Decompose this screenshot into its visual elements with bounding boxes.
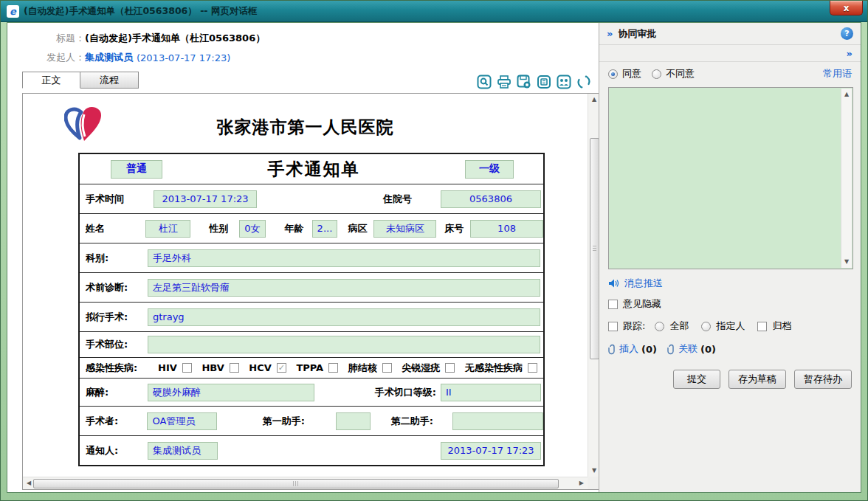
surgery-site-field[interactable] (148, 336, 540, 353)
notify-time-field[interactable]: 2013-07-17 17:23 (441, 442, 541, 460)
message-push-link[interactable]: 消息推送 (624, 277, 663, 290)
collapse-chevron-icon[interactable]: » (607, 28, 612, 39)
infectious-option-tb: 肺结核 (348, 362, 392, 375)
hide-opinion-label: 意见隐藏 (623, 297, 661, 311)
form-paper: 张家港市第一人民医院 普通 手术通知单 一级 手术时间 2013-07-17 1 (23, 94, 588, 477)
disagree-label: 不同意 (666, 67, 695, 80)
assistant2-field[interactable] (452, 412, 543, 430)
surgery-time-field[interactable]: 2013-07-17 17:23 (154, 190, 257, 208)
tab-flow[interactable]: 流程 (80, 72, 139, 89)
row-infectious: 感染性疾病: HIV HBV (80, 357, 543, 378)
initiator-link[interactable]: 集成测试员 (85, 51, 133, 64)
track-assignee-radio[interactable] (701, 322, 711, 331)
save-icon[interactable] (517, 75, 531, 89)
dept-field[interactable]: 手足外科 (148, 249, 540, 267)
agree-radio[interactable] (608, 69, 618, 79)
hiv-checkbox[interactable] (182, 363, 192, 373)
relate-count: (0) (700, 344, 716, 355)
close-button[interactable]: x (830, 1, 863, 15)
surgeon-field[interactable]: OA管理员 (147, 412, 216, 430)
track-all-radio[interactable] (655, 322, 664, 331)
row-department: 科别: 手足外科 (80, 243, 543, 272)
submit-button[interactable]: 提交 (673, 370, 720, 389)
opinion-textarea[interactable]: ▲ ▼ (608, 87, 853, 269)
print-icon[interactable] (497, 75, 512, 89)
admission-no-field[interactable]: 0563806 (441, 190, 541, 208)
tab-bar: 正文 流程 (22, 72, 139, 89)
gender-field[interactable]: 0女 (239, 220, 266, 238)
level-badge[interactable]: 一级 (465, 160, 514, 179)
row-surgeon: 手术者: OA管理员 第一助手: 第二助手: (80, 406, 543, 435)
infectious-option-none: 无感染性疾病 (465, 362, 537, 375)
priority-badge[interactable]: 普通 (111, 160, 162, 179)
row-surgery-site: 手术部位: (80, 331, 543, 357)
textarea-scroll-down-arrow[interactable]: ▼ (844, 259, 849, 265)
insert-paperclip-icon (608, 344, 616, 355)
archive-checkbox[interactable] (757, 322, 767, 331)
scroll-down-arrow[interactable]: ▼ (592, 468, 596, 474)
notifier-field[interactable]: 集成测试员 (148, 442, 218, 460)
planned-surgery-field[interactable]: gtrayg (148, 308, 540, 326)
doc-title-row: 标题： (自动发起)手术通知单（杜江0563806） (7, 32, 599, 45)
ie-browser-icon: e (7, 5, 19, 18)
copy-icon[interactable] (537, 75, 551, 89)
bed-field[interactable]: 108 (470, 220, 543, 238)
close-icon: x (844, 4, 850, 13)
hbv-checkbox[interactable] (230, 363, 239, 373)
horizontal-scroll-thumb[interactable] (33, 479, 559, 488)
none-checkbox[interactable] (528, 363, 537, 373)
track-checkbox[interactable] (608, 322, 618, 331)
scroll-left-arrow[interactable]: ◀ (27, 480, 31, 486)
scroll-right-arrow[interactable]: ▶ (579, 480, 584, 486)
archive-label: 归档 (772, 319, 791, 333)
initiate-time: (2013-07-17 17:23) (137, 52, 230, 63)
refresh-icon[interactable] (576, 75, 591, 89)
infectious-option-hiv: HIV (158, 362, 192, 373)
decision-row: 同意 不同意 常用语 (599, 62, 861, 86)
action-buttons: 提交 存为草稿 暂存待办 (599, 361, 861, 389)
tppa-checkbox[interactable] (328, 363, 338, 373)
track-label: 跟踪: (623, 319, 645, 333)
preview-icon[interactable] (477, 75, 492, 89)
doc-initiator-row: 发起人： 集成测试员 (2013-07-17 17:23) (7, 51, 599, 64)
scroll-up-arrow[interactable]: ▲ (592, 97, 596, 103)
horizontal-scrollbar[interactable]: ◀ ▶ (23, 477, 588, 489)
diagnosis-field[interactable]: 左足第三趾软骨瘤 (148, 279, 540, 297)
infectious-option-tppa: TPPA (296, 362, 338, 373)
incision-field[interactable]: II (441, 384, 541, 401)
row-notifier: 通知人: 集成测试员 2013-07-17 17:23 (80, 435, 543, 465)
relate-paperclip-icon (667, 344, 675, 355)
tab-body[interactable]: 正文 (22, 72, 80, 89)
hide-opinion-checkbox[interactable] (608, 300, 618, 309)
disagree-radio[interactable] (652, 69, 661, 79)
textarea-scrollbar[interactable]: ▲ ▼ (841, 89, 852, 268)
expand-chevron-icon[interactable]: » (847, 48, 852, 59)
row-patient: 姓名 杜江 性别 0女 年龄 2... 病区 未知病区 床号 108 (80, 213, 543, 243)
contacts-icon[interactable] (557, 75, 571, 89)
approval-panel-header: » 协同审批 ? (599, 23, 861, 45)
dept-label: 科别: (80, 252, 148, 265)
anesthesia-field[interactable]: 硬膜外麻醉 (148, 384, 314, 401)
warts-checkbox[interactable] (445, 363, 455, 373)
incision-label: 手术切口等级: (375, 386, 436, 399)
hold-button[interactable]: 暂存待办 (794, 370, 852, 389)
assistant1-field[interactable] (336, 412, 371, 430)
common-phrases-link[interactable]: 常用语 (823, 67, 852, 80)
age-field[interactable]: 2... (312, 220, 337, 238)
save-draft-button[interactable]: 存为草稿 (728, 370, 786, 389)
hcv-checkbox[interactable] (277, 363, 286, 373)
initiator-label: 发起人： (7, 51, 85, 64)
name-field[interactable]: 杜江 (145, 220, 190, 238)
assistant1-label: 第一助手: (263, 415, 305, 428)
insert-link[interactable]: 插入 (619, 342, 638, 356)
row-anesthesia: 麻醉: 硬膜外麻醉 手术切口等级: II (80, 378, 543, 406)
relate-link[interactable]: 关联 (678, 342, 698, 356)
tb-checkbox[interactable] (382, 363, 392, 373)
textarea-scroll-up-arrow[interactable]: ▲ (844, 91, 849, 97)
notifier-label: 通知人: (80, 444, 148, 457)
speaker-icon (608, 278, 619, 288)
help-icon[interactable]: ? (841, 27, 853, 40)
ward-field[interactable]: 未知病区 (373, 220, 436, 238)
form-viewport: 张家港市第一人民医院 普通 手术通知单 一级 手术时间 2013-07-17 1 (22, 93, 601, 490)
surgery-site-label: 手术部位: (80, 338, 148, 351)
